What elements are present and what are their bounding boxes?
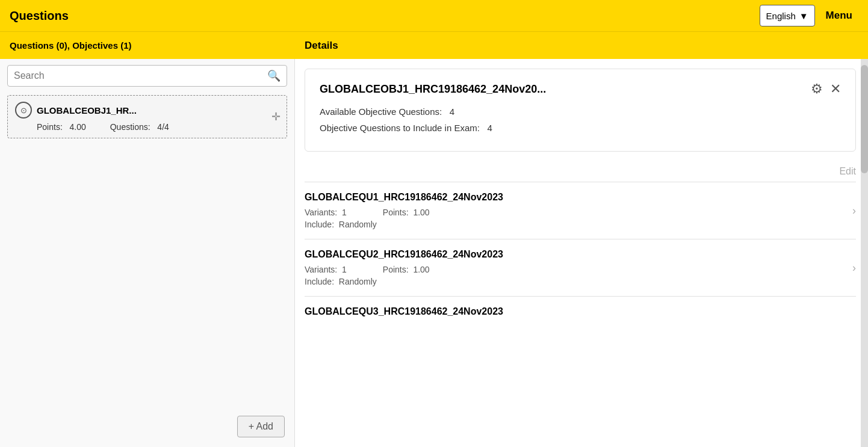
question-title-3: GLOBALCEQU3_HRC19186462_24Nov2023 [305,306,856,317]
list-item[interactable]: ⊙ GLOBALCEOBJ1_HR... ✛ Points: 4.00 Ques… [7,95,287,138]
available-questions-row: Available Objective Questions: 4 [320,106,841,117]
include-questions-row: Objective Questions to Include in Exam: … [320,123,841,133]
add-button[interactable]: + Add [237,416,285,437]
question-details-2: Variants: 1 Points: 1.00 Include: Random… [305,265,856,286]
sub-header-left-label: Questions (0), Objectives (1) [0,40,295,51]
right-panel: GLOBALCEOBJ1_HRC19186462_24Nov20... ⚙ ✕ … [295,59,868,447]
question-row-2a: Variants: 1 Points: 1.00 [305,265,856,274]
chevron-right-icon-1[interactable]: › [852,205,856,217]
list-item-bottom: Points: 4.00 Questions: 4/4 [15,122,279,132]
details-icons: ⚙ ✕ [811,81,841,97]
chevron-right-icon-2[interactable]: › [852,262,856,274]
question-item-2: GLOBALCEQU2_HRC19186462_24Nov2023 Varian… [305,239,856,296]
chevron-down-icon: ▼ [799,11,808,21]
details-card-header: GLOBALCEOBJ1_HRC19186462_24Nov20... ⚙ ✕ [320,81,841,97]
list-item-top: ⊙ GLOBALCEOBJ1_HR... ✛ [15,102,279,119]
language-selector[interactable]: English ▼ [760,5,815,26]
question-row-1a: Variants: 1 Points: 1.00 [305,208,856,217]
question-title-2: GLOBALCEQU2_HRC19186462_24Nov2023 [305,249,856,260]
variants-label-2: Variants: 1 [305,265,347,274]
drag-handle-icon[interactable]: ✛ [271,110,281,123]
scrollbar-track[interactable] [861,59,868,447]
main-layout: 🔍 ⊙ GLOBALCEOBJ1_HR... ✛ Points: 4.00 Qu… [0,59,868,447]
scrollbar-thumb[interactable] [861,65,868,173]
include-label-1: Include: Randomly [305,220,377,229]
edit-row: Edit [295,161,868,182]
search-bar[interactable]: 🔍 [7,65,287,87]
objective-icon: ⊙ [15,102,32,119]
top-header: Questions English ▼ Menu [0,0,868,31]
details-card: GLOBALCEOBJ1_HRC19186462_24Nov20... ⚙ ✕ … [305,69,856,152]
points-label-2: Points: 1.00 [383,265,430,274]
sub-header: Questions (0), Objectives (1) Details [0,31,868,59]
points-label: Points: 4.00 [37,122,86,132]
question-title-1: GLOBALCEQU1_HRC19186462_24Nov2023 [305,192,856,203]
header-right: English ▼ Menu [760,5,858,26]
search-icon: 🔍 [267,69,281,82]
questions-label: Questions: 4/4 [110,122,169,132]
question-row-1b: Include: Randomly [305,220,856,229]
list-item-title: GLOBALCEOBJ1_HR... [37,105,279,116]
details-title: GLOBALCEOBJ1_HRC19186462_24Nov20... [320,83,546,96]
variants-label-1: Variants: 1 [305,208,347,217]
left-panel: 🔍 ⊙ GLOBALCEOBJ1_HR... ✛ Points: 4.00 Qu… [0,59,295,447]
sub-header-right-label: Details [295,40,868,52]
question-row-2b: Include: Randomly [305,277,856,286]
gear-icon[interactable]: ⚙ [811,81,823,97]
page-title: Questions [10,9,69,23]
edit-button[interactable]: Edit [839,166,856,177]
question-item-3: GLOBALCEQU3_HRC19186462_24Nov2023 [305,296,856,331]
close-icon[interactable]: ✕ [830,81,841,97]
include-label-2: Include: Randomly [305,277,377,286]
menu-button[interactable]: Menu [820,7,858,24]
question-item: GLOBALCEQU1_HRC19186462_24Nov2023 Varian… [305,182,856,239]
question-details-1: Variants: 1 Points: 1.00 Include: Random… [305,208,856,229]
points-label-1: Points: 1.00 [383,208,430,217]
search-input[interactable] [14,70,262,81]
language-label: English [766,11,796,21]
